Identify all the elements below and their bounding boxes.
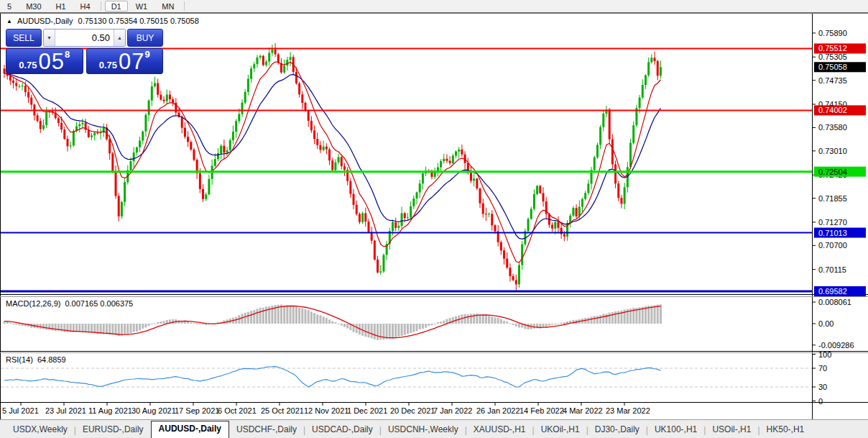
collapse-triangle-icon[interactable]: ▲: [6, 17, 12, 25]
price-tick-label: 0.75305: [818, 53, 847, 61]
price-level-badge: 0.69582: [818, 287, 847, 296]
date-label: 6 Oct 2021: [218, 406, 257, 415]
rsi-scale-label: 70: [818, 364, 827, 373]
price-tick-label: 0.70115: [818, 265, 846, 274]
date-label: 7 Jan 2022: [433, 406, 472, 415]
rsi-scale-label: 0: [818, 397, 823, 406]
date-label: 17 Sep 2021: [175, 406, 219, 415]
price-tick-label: 0.71270: [818, 218, 847, 227]
timeframe-button-d1[interactable]: D1: [105, 1, 128, 12]
sell-price-display[interactable]: 0.75 05 8: [6, 48, 83, 74]
macd-scale-label: -0.009286: [818, 341, 854, 350]
date-label: 1 Dec 2021: [347, 406, 387, 415]
date-label: 11 Aug 2021: [88, 406, 132, 415]
price-level-badge: 0.75058: [818, 63, 847, 71]
macd-scale-label: 0.008061: [818, 298, 851, 306]
date-label: 20 Dec 2021: [390, 406, 435, 415]
date-label: 4 Mar 2022: [563, 406, 603, 415]
price-level-badge: 0.74002: [818, 106, 847, 114]
date-label: 5 Jul 2021: [2, 406, 39, 415]
chart-title: ▲ AUDUSD-,Daily 0.75130 0.75354 0.75015 …: [6, 17, 199, 25]
timeframe-button-h1[interactable]: H1: [50, 1, 73, 12]
tab-audusd-daily[interactable]: AUDUSD-,Daily: [151, 421, 229, 438]
buy-price-display[interactable]: 0.75 07 9: [86, 48, 164, 74]
tab-dj30-daily[interactable]: DJ30-,Daily: [589, 422, 645, 438]
buy-price-digits: 07: [119, 52, 144, 71]
volume-input[interactable]: 0.50: [55, 29, 114, 46]
price-tick-label: 0.73010: [818, 147, 847, 155]
date-label: 12 Nov 2021: [304, 406, 348, 415]
rsi-name: RSI(14): [6, 355, 33, 364]
chevron-up-button[interactable]: ▲: [114, 29, 125, 46]
trading-terminal-window: 5M30H1H4D1W1MN 0.758900.753050.747350.74…: [0, 0, 868, 438]
tab-usoil-h1[interactable]: USOil-,H1: [706, 422, 757, 438]
date-label: 26 Jan 2022: [476, 406, 520, 415]
toolbar-divider: [184, 1, 185, 11]
price-tick-label: 0.74735: [818, 76, 847, 85]
chevron-up-icon: ▲: [117, 35, 122, 40]
sell-price-prefix: 0.75: [19, 59, 37, 71]
rsi-value: 64.8859: [37, 355, 66, 364]
sell-price-digits: 05: [39, 52, 65, 71]
one-click-trading-panel: SELL ▼ 0.50 ▲ BUY 0.75 05 8 0.75 07 9: [6, 29, 163, 74]
toolbar-separator: [0, 12, 868, 14]
macd-values: 0.007165 0.006375: [65, 299, 133, 308]
chevron-down-icon: ▼: [47, 35, 52, 40]
price-tick-label: 0.73580: [818, 123, 847, 132]
price-tick-label: 0.71855: [818, 194, 847, 203]
date-label: 23 Jul 2021: [45, 406, 86, 415]
sell-price-pipette: 8: [65, 49, 70, 60]
tab-ukoil-h1[interactable]: UKOil-,H1: [535, 422, 586, 438]
timeframe-button-m30[interactable]: M30: [19, 1, 47, 12]
date-label: 25 Oct 2021: [261, 406, 304, 415]
timeframe-button-mn[interactable]: MN: [155, 1, 180, 12]
date-label: 14 Feb 2022: [520, 406, 564, 415]
tab-usdx-weekly[interactable]: USDX,Weekly: [7, 422, 73, 438]
tab-usdcad-daily[interactable]: USDCAD-,Daily: [306, 422, 379, 438]
date-label: 23 Mar 2022: [606, 406, 650, 415]
price-level-badge: 0.71013: [818, 229, 847, 237]
buy-button[interactable]: BUY: [127, 29, 163, 47]
tab-usdchf-daily[interactable]: USDCHF-,Daily: [231, 422, 303, 438]
volume-spinner: ▼ 0.50 ▲: [43, 29, 126, 47]
symbol-tab-bar: USDX,Weekly|EURUSD-,DailyAUDUSD-,DailyUS…: [0, 419, 868, 438]
tab-xauusd-h1[interactable]: XAUUSD-,H1: [468, 422, 532, 438]
tab-uk100-h1[interactable]: UK100-,H1: [649, 422, 703, 438]
volume-decrease-button[interactable]: ▼: [44, 29, 55, 46]
tab-eurusd-daily[interactable]: EURUSD-,Daily: [77, 422, 149, 438]
rsi-scale-label: 100: [818, 350, 831, 359]
rsi-indicator-label: RSI(14) 64.8859: [6, 355, 66, 364]
date-label: 30 Aug 2021: [131, 406, 176, 415]
macd-name: MACD(12,26,9): [6, 299, 60, 308]
buy-price-pipette: 9: [145, 49, 150, 60]
chart-symbol-label: AUDUSD-,Daily: [17, 17, 73, 25]
timeframe-button-h4[interactable]: H4: [74, 1, 97, 12]
price-tick-label: 0.75890: [818, 29, 847, 37]
toolbar-divider: [101, 1, 101, 11]
sell-button[interactable]: SELL: [6, 29, 42, 47]
macd-indicator-label: MACD(12,26,9) 0.007165 0.006375: [6, 299, 133, 308]
rsi-scale-label: 30: [818, 383, 827, 391]
timeframe-button-5[interactable]: 5: [1, 1, 18, 12]
price-level-badge: 0.75512: [818, 44, 847, 53]
tab-hk50-h1[interactable]: HK50-,H1: [761, 422, 811, 438]
chart-ohlc-values: 0.75130 0.75354 0.75015 0.75058: [78, 17, 199, 25]
timeframe-button-w1[interactable]: W1: [129, 1, 154, 12]
price-tick-label: 0.70700: [818, 241, 847, 250]
price-level-badge: 0.72504: [818, 168, 847, 176]
timeframe-toolbar: 5M30H1H4D1W1MN: [0, 0, 868, 12]
tab-usdcnh-weekly[interactable]: USDCNH-,Weekly: [382, 422, 464, 438]
macd-scale-label: 0.00: [818, 319, 834, 328]
buy-price-prefix: 0.75: [99, 59, 117, 71]
